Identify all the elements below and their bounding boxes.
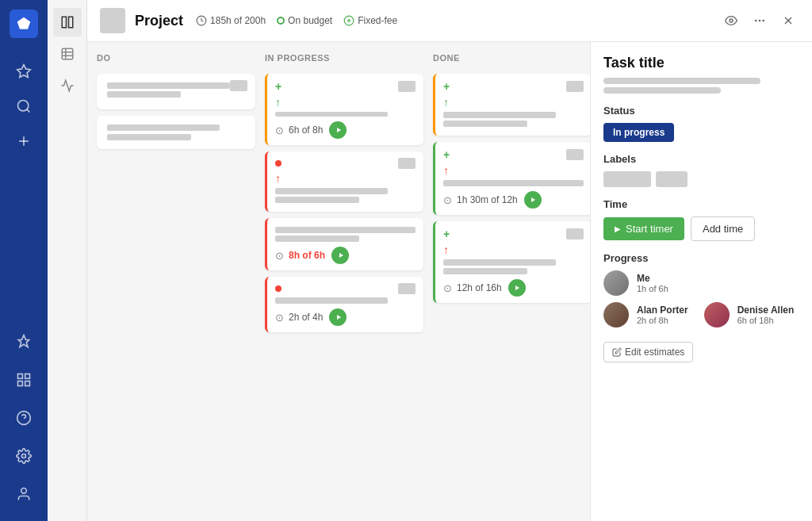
kanban-card[interactable]: + ↑ ⊙ 1h 30m of 12h xyxy=(433,142,590,215)
sidebar-item-user[interactable] xyxy=(8,478,40,510)
priority-arrow-icon: ↑ xyxy=(443,164,584,177)
kanban-card[interactable] xyxy=(97,74,255,109)
title-placeholder-bar-2 xyxy=(603,87,721,94)
time-logged-text: 185h of 200h xyxy=(210,15,266,26)
left-navigation xyxy=(0,0,48,521)
play-icon: ▶ xyxy=(615,224,621,233)
sidebar-item-search[interactable] xyxy=(8,90,40,122)
svg-line-4 xyxy=(27,109,30,113)
play-timer-button[interactable] xyxy=(329,308,347,326)
svg-marker-32 xyxy=(339,253,343,258)
kanban-card[interactable]: + ↑ ⊙ 6h of 8h xyxy=(265,74,423,145)
svg-point-28 xyxy=(762,20,764,22)
title-placeholder-bar xyxy=(603,78,760,84)
svg-point-14 xyxy=(21,488,27,494)
play-timer-button[interactable] xyxy=(329,121,347,139)
card-time-overdue: 8h of 6h xyxy=(289,250,325,261)
sidebar-chart-view[interactable] xyxy=(53,71,82,100)
header-actions xyxy=(720,10,799,32)
label-chip-1[interactable] xyxy=(603,171,651,187)
time-actions: ▶ Start timer Add time xyxy=(603,216,799,241)
labels-section: Labels xyxy=(603,153,799,187)
fee-type-meta: Fixed-fee xyxy=(343,15,397,26)
status-badge[interactable]: In progress xyxy=(603,123,674,142)
play-timer-button[interactable] xyxy=(524,191,542,209)
progress-time-me: 1h of 6h xyxy=(637,284,668,293)
priority-arrow-icon: ↑ xyxy=(275,172,416,185)
kanban-card[interactable]: + ↑ ⊙ 12h of 16h xyxy=(433,221,590,303)
card-add-button[interactable]: + xyxy=(443,80,450,93)
time-icon: ⊙ xyxy=(443,282,452,294)
svg-rect-17 xyxy=(62,48,73,59)
edit-estimates-label: Edit estimates xyxy=(625,347,684,358)
play-timer-button[interactable] xyxy=(331,247,349,264)
progress-item-denise: Denise Allen 6h of 18h xyxy=(704,302,795,328)
card-time: 2h of 4h xyxy=(289,312,323,323)
more-button[interactable] xyxy=(749,10,771,32)
dot-indicator xyxy=(275,160,282,167)
card-time: 6h of 8h xyxy=(289,125,323,136)
avatar-denise xyxy=(704,302,730,328)
add-time-button[interactable]: Add time xyxy=(691,216,755,241)
card-add-button[interactable]: + xyxy=(275,80,282,93)
edit-estimates-button[interactable]: Edit estimates xyxy=(603,342,693,362)
kanban-card[interactable]: ⊙ 2h of 4h xyxy=(265,277,423,332)
kanban-column-done: DONE + ↑ + ↑ xyxy=(433,52,590,511)
sidebar-item-help[interactable] xyxy=(8,402,40,434)
svg-rect-10 xyxy=(25,381,30,386)
sidebar-item-apps[interactable] xyxy=(8,364,40,396)
svg-rect-9 xyxy=(18,381,23,386)
budget-status-text: On budget xyxy=(288,15,332,26)
svg-marker-31 xyxy=(337,128,341,132)
kanban-card[interactable]: + ↑ xyxy=(433,74,590,136)
dot-indicator xyxy=(275,285,282,292)
svg-rect-16 xyxy=(68,17,72,28)
label-chip-2[interactable] xyxy=(656,171,688,187)
kanban-card[interactable] xyxy=(97,116,255,149)
sidebar-item-pin[interactable] xyxy=(8,326,40,358)
progress-name-me: Me xyxy=(637,273,668,284)
labels-row xyxy=(603,171,799,187)
svg-marker-35 xyxy=(515,285,519,290)
priority-arrow-icon: ↑ xyxy=(443,243,584,256)
close-button[interactable] xyxy=(777,10,799,32)
sidebar-item-settings[interactable] xyxy=(8,440,40,472)
priority-arrow-icon: ↑ xyxy=(443,96,584,109)
svg-rect-8 xyxy=(25,374,30,379)
header-meta: 185h of 200h On budget Fixed-fee xyxy=(196,15,397,26)
svg-point-3 xyxy=(18,101,29,111)
budget-status-meta: On budget xyxy=(277,15,332,26)
avatar-alan xyxy=(603,302,629,328)
play-timer-button[interactable] xyxy=(508,279,526,297)
status-label: Status xyxy=(603,105,799,117)
app-logo[interactable] xyxy=(10,10,38,38)
sidebar-board-view[interactable] xyxy=(53,8,82,36)
svg-rect-15 xyxy=(62,17,66,28)
kanban-card[interactable]: ↑ xyxy=(265,151,423,212)
priority-arrow-icon: ↑ xyxy=(275,96,416,109)
card-add-button[interactable]: + xyxy=(443,148,450,161)
kanban-card[interactable]: ⊙ 8h of 6h xyxy=(265,218,423,270)
progress-label: Progress xyxy=(603,252,799,264)
card-add-button[interactable]: + xyxy=(443,228,450,240)
project-title: Project xyxy=(135,13,183,29)
sidebar-item-favorites[interactable] xyxy=(8,56,40,87)
board-area: DO IN PROGRESS xyxy=(87,42,812,521)
sidebar-item-add[interactable] xyxy=(8,125,40,157)
time-icon: ⊙ xyxy=(275,250,284,262)
time-logged-meta: 185h of 200h xyxy=(196,15,266,26)
view-sidebar xyxy=(48,0,87,521)
column-header-done: DONE xyxy=(433,52,590,67)
start-timer-button[interactable]: ▶ Start timer xyxy=(603,217,684,240)
view-button[interactable] xyxy=(720,10,742,32)
svg-marker-2 xyxy=(17,65,31,78)
svg-point-25 xyxy=(730,19,733,22)
column-header-in-progress: IN PROGRESS xyxy=(265,52,423,67)
progress-info-denise: Denise Allen 6h of 18h xyxy=(737,305,795,325)
sidebar-table-view[interactable] xyxy=(53,40,82,68)
progress-time-alan: 2h of 8h xyxy=(637,316,688,325)
time-icon: ⊙ xyxy=(275,125,284,136)
status-section: Status In progress xyxy=(603,105,799,142)
progress-row: Alan Porter 2h of 8h Denise Allen 6h of … xyxy=(603,302,799,334)
kanban-board: DO IN PROGRESS xyxy=(87,42,590,521)
